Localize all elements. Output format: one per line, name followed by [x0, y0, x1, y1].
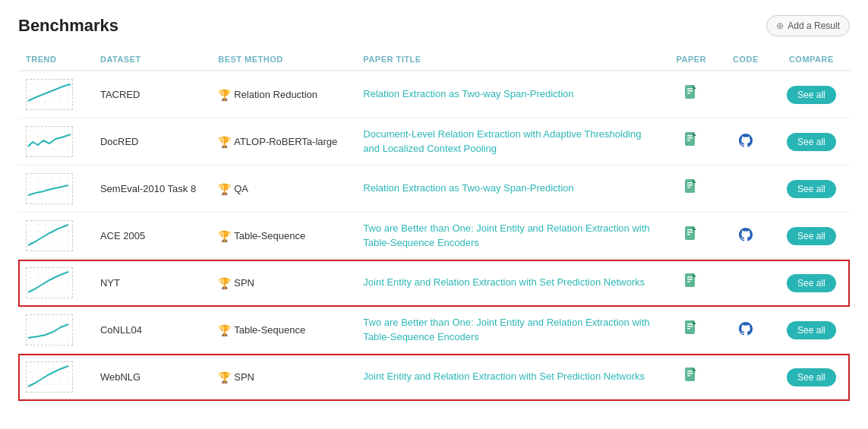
- svg-point-74: [60, 177, 62, 178]
- paper-title-cell[interactable]: Joint Entity and Relation Extraction wit…: [355, 260, 664, 307]
- github-icon[interactable]: [738, 137, 753, 150]
- paper-icon-cell[interactable]: [664, 213, 718, 260]
- svg-point-3: [30, 101, 31, 103]
- paper-icon[interactable]: [683, 324, 699, 339]
- compare-cell[interactable]: See all: [773, 118, 850, 166]
- paper-icon-cell[interactable]: [664, 71, 718, 118]
- trend-cell: [18, 260, 93, 307]
- svg-point-8: [45, 83, 46, 84]
- svg-rect-114: [687, 234, 690, 235]
- paper-title-cell[interactable]: Relation Extraction as Two-way Span-Pred…: [355, 71, 664, 118]
- paper-icon-cell[interactable]: [664, 354, 718, 401]
- compare-cell[interactable]: See all: [773, 71, 850, 118]
- paper-title-cell[interactable]: Two are Better than One: Joint Entity an…: [355, 307, 664, 354]
- method-cell: 🏆ATLOP-RoBERTa-large: [210, 118, 355, 166]
- svg-point-167: [68, 330, 69, 332]
- svg-point-7: [37, 101, 39, 103]
- github-icon[interactable]: [738, 232, 753, 244]
- svg-point-105: [60, 236, 62, 238]
- compare-cell[interactable]: See all: [773, 354, 850, 401]
- see-all-button[interactable]: See all: [787, 86, 836, 104]
- see-all-button[interactable]: See all: [787, 321, 836, 339]
- paper-icon[interactable]: [683, 183, 699, 198]
- code-icon-cell[interactable]: [718, 354, 773, 401]
- paper-title-cell[interactable]: Relation Extraction as Two-way Span-Pred…: [355, 166, 664, 213]
- see-all-button[interactable]: See all: [787, 180, 836, 198]
- svg-point-67: [45, 183, 46, 185]
- svg-point-153: [45, 318, 46, 320]
- see-all-button[interactable]: See all: [787, 274, 836, 292]
- svg-point-98: [45, 242, 46, 244]
- svg-point-179: [37, 371, 39, 373]
- svg-point-106: [60, 242, 62, 244]
- compare-cell[interactable]: See all: [773, 213, 850, 260]
- see-all-button[interactable]: See all: [787, 368, 836, 386]
- see-all-button[interactable]: See all: [787, 227, 836, 245]
- paper-title-link[interactable]: Two are Better than One: Joint Entity an…: [363, 317, 649, 342]
- compare-cell[interactable]: See all: [773, 260, 850, 307]
- col-header-trend: TREND: [18, 49, 93, 71]
- svg-point-75: [60, 183, 62, 185]
- see-all-button[interactable]: See all: [787, 133, 836, 151]
- code-icon-cell[interactable]: [718, 213, 773, 260]
- paper-icon[interactable]: [683, 230, 699, 245]
- code-icon-cell[interactable]: [718, 71, 773, 118]
- table-row: NYT🏆SPNJoint Entity and Relation Extract…: [18, 260, 850, 307]
- svg-point-69: [45, 195, 46, 197]
- svg-rect-143: [687, 281, 690, 282]
- code-icon-cell[interactable]: [718, 118, 773, 166]
- paper-icon[interactable]: [683, 136, 699, 151]
- paper-icon[interactable]: [683, 371, 699, 386]
- svg-point-59: [30, 183, 31, 185]
- svg-point-138: [68, 283, 69, 285]
- paper-icon-cell[interactable]: [664, 260, 718, 307]
- svg-point-29: [30, 130, 31, 131]
- dataset-cell: ACE 2005: [93, 213, 210, 260]
- code-icon-cell[interactable]: [718, 307, 773, 354]
- paper-icon-cell[interactable]: [664, 307, 718, 354]
- svg-point-5: [37, 89, 39, 90]
- svg-point-195: [68, 371, 69, 373]
- table-row: DocRED🏆ATLOP-RoBERTa-largeDocument-Level…: [18, 118, 850, 166]
- svg-point-37: [45, 130, 46, 131]
- paper-title-cell[interactable]: Two are Better than One: Joint Entity an…: [355, 213, 664, 260]
- compare-cell[interactable]: See all: [773, 307, 850, 354]
- paper-title-link[interactable]: Document-Level Relation Extraction with …: [363, 128, 641, 153]
- svg-point-48: [60, 148, 62, 150]
- svg-point-182: [45, 365, 46, 367]
- compare-cell[interactable]: See all: [773, 166, 850, 213]
- github-icon[interactable]: [738, 326, 753, 339]
- paper-title-link[interactable]: Relation Extraction as Two-way Span-Pred…: [363, 88, 573, 99]
- svg-point-23: [68, 101, 69, 103]
- paper-title-link[interactable]: Two are Better than One: Joint Entity an…: [363, 222, 649, 248]
- paper-title-cell[interactable]: Joint Entity and Relation Extraction wit…: [355, 354, 664, 401]
- svg-point-34: [37, 136, 39, 137]
- svg-point-43: [52, 142, 54, 144]
- add-result-button[interactable]: Add a Result: [766, 15, 850, 36]
- paper-title-link[interactable]: Joint Entity and Relation Extraction wit…: [363, 276, 645, 288]
- svg-point-190: [60, 365, 62, 367]
- paper-icon[interactable]: [683, 89, 699, 104]
- col-header-code: CODE: [718, 49, 773, 71]
- method-cell: 🏆Table-Sequence: [210, 213, 355, 260]
- paper-icon-cell[interactable]: [664, 166, 718, 213]
- paper-title-cell[interactable]: Document-Level Relation Extraction with …: [355, 118, 664, 166]
- code-icon-cell[interactable]: [718, 260, 773, 307]
- col-header-dataset: DATASET: [93, 49, 210, 71]
- svg-point-11: [45, 101, 46, 103]
- paper-title-link[interactable]: Joint Entity and Relation Extraction wit…: [363, 371, 645, 382]
- paper-icon[interactable]: [683, 277, 699, 292]
- svg-point-96: [45, 230, 46, 232]
- page-title: Benchmarks: [18, 16, 118, 36]
- svg-point-88: [30, 230, 31, 232]
- paper-icon-cell[interactable]: [664, 118, 718, 166]
- dataset-cell: NYT: [93, 260, 210, 307]
- svg-point-151: [37, 330, 39, 332]
- paper-title-link[interactable]: Relation Extraction as Two-way Span-Pred…: [363, 182, 573, 194]
- svg-point-65: [37, 195, 39, 197]
- dataset-cell: DocRED: [93, 118, 210, 166]
- code-icon-cell[interactable]: [718, 166, 773, 213]
- svg-point-139: [68, 289, 69, 291]
- svg-point-71: [52, 183, 54, 185]
- dataset-cell: TACRED: [93, 71, 210, 118]
